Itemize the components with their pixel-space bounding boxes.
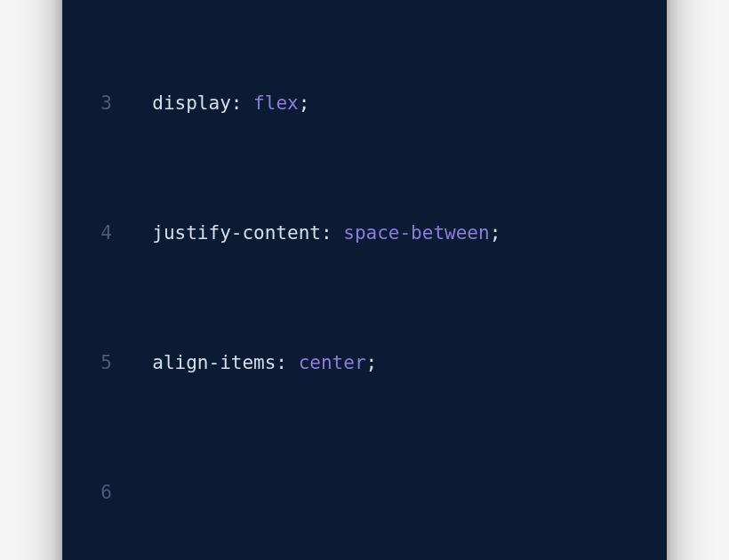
code-line: 4 justify-content: space-between;: [92, 217, 637, 250]
css-value: center: [299, 352, 366, 373]
line-number: 5: [92, 347, 130, 380]
code-line: 3 display: flex;: [92, 87, 637, 120]
css-value: flex: [253, 92, 299, 114]
line-content: justify-content: space-between;: [130, 217, 637, 250]
line-number: 4: [92, 217, 130, 250]
code-line: 5 align-items: center;: [92, 347, 637, 380]
line-content: [130, 476, 637, 509]
line-content: align-items: center;: [130, 347, 637, 380]
css-property: align-items: [152, 352, 276, 373]
css-property: justify-content: [152, 222, 321, 244]
line-number: 6: [92, 476, 130, 509]
code-block: 1 .display-flex-example { 2 height: 400p…: [62, 0, 667, 560]
css-property: display: [152, 92, 231, 114]
code-line: 6: [92, 476, 637, 509]
line-number: 3: [92, 87, 130, 120]
css-value: space-between: [343, 222, 489, 244]
line-content: display: flex;: [130, 87, 637, 120]
code-window: 1 .display-flex-example { 2 height: 400p…: [62, 0, 667, 560]
